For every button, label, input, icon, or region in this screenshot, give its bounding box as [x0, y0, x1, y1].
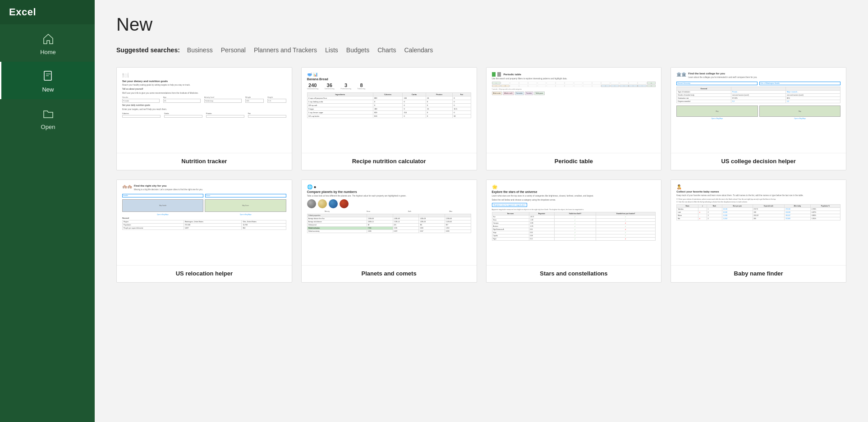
main-content: New Suggested searches: Business Persona…	[95, 0, 868, 422]
template-card-planets[interactable]: 🌐 ● Compare planets by the numbers Take …	[301, 179, 477, 283]
template-card-periodic[interactable]: Periodic table Use the search and proper…	[486, 67, 662, 170]
template-grid: 🍽️ Set your dietary and nutrition goals …	[116, 67, 846, 283]
template-preview-recipe: 🥣 📊 Banana Bread 240 Calories/serving 36…	[302, 68, 477, 153]
sidebar-new-label: New	[42, 86, 54, 93]
template-card-nutrition-tracker[interactable]: 🍽️ Set your dietary and nutrition goals …	[116, 67, 292, 170]
template-preview-nutrition: 🍽️ Set your dietary and nutrition goals …	[117, 68, 292, 153]
template-name-relocation: US relocation helper	[117, 266, 292, 282]
search-link-lists[interactable]: Lists	[322, 46, 341, 55]
template-name-stars: Stars and constellations	[487, 266, 661, 282]
template-name-recipe: Recipe nutrition calculator	[302, 153, 477, 170]
search-link-personal[interactable]: Personal	[218, 46, 248, 55]
template-card-college[interactable]: 🏛️🏛️ Find the best college for you Learn…	[671, 67, 846, 170]
sidebar-home-label: Home	[40, 49, 56, 55]
new-icon	[42, 70, 55, 84]
template-name-college: US college decision helper	[671, 153, 846, 170]
suggested-label: Suggested searches:	[116, 46, 180, 54]
open-icon	[42, 107, 55, 122]
template-name-planets: Planets and comets	[302, 266, 477, 282]
template-card-babynames[interactable]: 🧑‍🍼 Collect your favorite baby names Kee…	[671, 179, 846, 283]
sidebar-item-home[interactable]: Home	[0, 24, 95, 62]
sidebar-item-open[interactable]: Open	[0, 99, 95, 137]
sidebar-item-new[interactable]: New	[0, 62, 95, 99]
template-name-babynames: Baby name finder	[671, 266, 846, 282]
template-preview-periodic: Periodic table Use the search and proper…	[487, 68, 661, 153]
template-preview-relocation: 🏘️🏘️ Find the right city for you Moving …	[117, 180, 292, 266]
template-preview-stars: 🌟 Explore the stars of the universe Lear…	[487, 180, 661, 266]
search-link-calendars[interactable]: Calendars	[401, 46, 436, 55]
template-preview-planets: 🌐 ● Compare planets by the numbers Take …	[302, 180, 477, 266]
search-link-business[interactable]: Business	[184, 46, 216, 55]
template-card-stars[interactable]: 🌟 Explore the stars of the universe Lear…	[486, 179, 662, 283]
home-icon	[42, 32, 55, 47]
template-name-periodic: Periodic table	[487, 153, 661, 170]
template-card-recipe[interactable]: 🥣 📊 Banana Bread 240 Calories/serving 36…	[301, 67, 477, 170]
search-link-budgets[interactable]: Budgets	[344, 46, 372, 55]
search-link-planners[interactable]: Planners and Trackers	[251, 46, 320, 55]
template-preview-college: 🏛️🏛️ Find the best college for you Learn…	[671, 68, 846, 153]
sidebar-open-label: Open	[41, 124, 55, 130]
app-title: Excel	[0, 0, 95, 24]
page-title: New	[116, 14, 846, 35]
sidebar: Excel Home New Open	[0, 0, 95, 422]
template-card-relocation[interactable]: 🏘️🏘️ Find the right city for you Moving …	[116, 179, 292, 283]
template-name-nutrition: Nutrition tracker	[117, 153, 292, 170]
template-preview-babynames: 🧑‍🍼 Collect your favorite baby names Kee…	[671, 180, 846, 266]
suggested-searches: Suggested searches: Business Personal Pl…	[116, 46, 846, 55]
search-link-charts[interactable]: Charts	[375, 46, 399, 55]
